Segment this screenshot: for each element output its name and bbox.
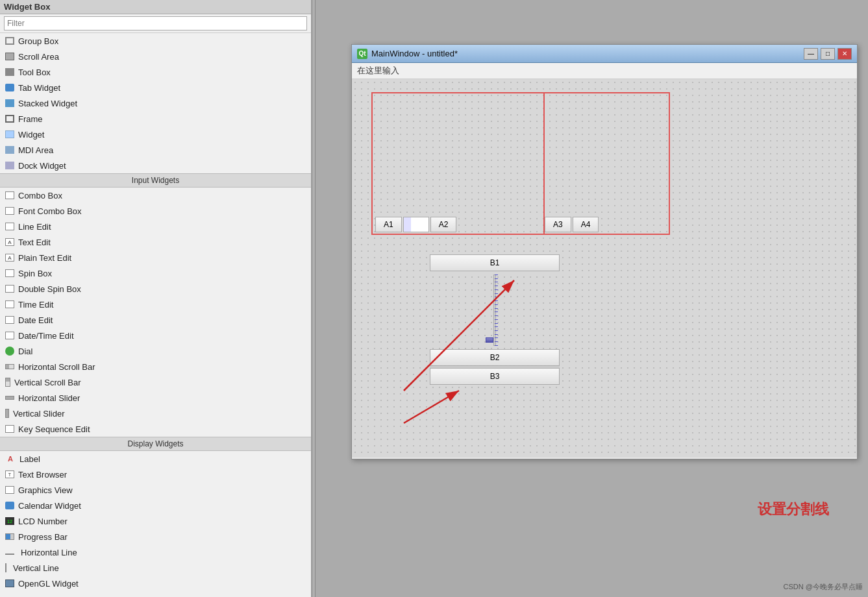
graphicsview-icon xyxy=(5,486,14,494)
slider-tick xyxy=(495,304,498,305)
sidebar-item-keysequenceedit[interactable]: Key Sequence Edit xyxy=(0,421,311,437)
slider-tick xyxy=(495,293,498,294)
slider-tick xyxy=(495,345,498,346)
slider-tick xyxy=(495,300,498,301)
widget-list: Group Box Scroll Area Tool Box Tab Widge… xyxy=(0,33,311,597)
vslider-icon xyxy=(5,409,9,418)
sidebar-item-label: Font Combo Box xyxy=(18,206,82,216)
sidebar-item-plaintextedit[interactable]: A Plain Text Edit xyxy=(0,250,311,265)
sidebar-item-label: Widget xyxy=(18,130,44,140)
sidebar-item-scrollarea[interactable]: Scroll Area xyxy=(0,49,311,64)
qt-window-buttons: — □ ✕ xyxy=(804,48,852,60)
sidebar-item-label: Horizontal Line xyxy=(21,548,77,557)
sidebar-item-tabwidget[interactable]: Tab Widget xyxy=(0,80,311,95)
stackedwidget-icon xyxy=(5,99,14,107)
slider-tick xyxy=(495,274,498,275)
sidebar-item-spinbox[interactable]: Spin Box xyxy=(0,265,311,281)
sidebar-item-vslider[interactable]: Vertical Slider xyxy=(0,406,311,421)
horizontalline-icon xyxy=(5,554,14,555)
slider-tick xyxy=(495,286,498,286)
top-left-panel: A1 A2 xyxy=(373,93,545,234)
sidebar-item-combobox[interactable]: Combo Box xyxy=(0,188,311,203)
sidebar-item-label: Frame xyxy=(18,114,43,124)
right-area: Qt MainWindow - untitled* — □ ✕ 在这里输入 A1… xyxy=(316,0,868,597)
sidebar-item-dial[interactable]: Dial xyxy=(0,343,311,359)
button-b3[interactable]: B3 xyxy=(430,368,560,385)
sidebar-item-lcdnumber[interactable]: 12 LCD Number xyxy=(0,513,311,529)
sidebar-item-label: Combo Box xyxy=(18,191,62,201)
sidebar-item-stackedwidget[interactable]: Stacked Widget xyxy=(0,95,311,111)
vertical-slider[interactable] xyxy=(488,274,501,346)
sidebar-item-groupbox[interactable]: Group Box xyxy=(0,33,311,49)
button-a3[interactable]: A3 xyxy=(545,217,571,232)
filter-input[interactable] xyxy=(4,16,307,30)
sidebar-item-label: Vertical Scroll Bar xyxy=(14,378,81,387)
datetimeedit-icon xyxy=(5,332,14,339)
widget-icon xyxy=(5,130,14,138)
sidebar-item-hscrollbar[interactable]: Horizontal Scroll Bar xyxy=(0,359,311,374)
sidebar-item-calendarwidget[interactable]: Calendar Widget xyxy=(0,498,311,513)
sidebar-item-toolbox[interactable]: Tool Box xyxy=(0,64,311,80)
frame-icon xyxy=(5,115,14,123)
sidebar-item-progressbar[interactable]: Progress Bar xyxy=(0,529,311,544)
sidebar-item-label: Label xyxy=(19,454,40,464)
sidebar-item-widget[interactable]: Widget xyxy=(0,127,311,142)
hscrollbar-icon xyxy=(5,364,14,369)
sidebar-item-label: Line Edit xyxy=(18,222,51,232)
sidebar-item-textbrowser[interactable]: T Text Browser xyxy=(0,467,311,482)
button-a4[interactable]: A4 xyxy=(573,217,599,232)
sidebar-item-label: OpenGL Widget xyxy=(18,579,79,589)
sidebar-item-fontcombobox[interactable]: Font Combo Box xyxy=(0,203,311,219)
timeedit-icon xyxy=(5,300,14,308)
sidebar-item-textedit[interactable]: A Text Edit xyxy=(0,234,311,250)
sidebar-item-label: Graphics View xyxy=(18,485,73,495)
sidebar-item-doublespinbox[interactable]: Double Spin Box xyxy=(0,281,311,297)
slider-tick xyxy=(495,311,498,312)
button-a2[interactable]: A2 xyxy=(430,217,457,232)
combobox-icon xyxy=(5,191,14,199)
slider-handle[interactable] xyxy=(486,337,493,343)
slider-tick xyxy=(495,337,498,338)
sidebar-item-vscrollbar[interactable]: Vertical Scroll Bar xyxy=(0,374,311,390)
keysequenceedit-icon xyxy=(5,425,14,433)
sidebar-item-mdiarea[interactable]: MDI Area xyxy=(0,142,311,158)
scrollarea-icon xyxy=(5,53,14,60)
sidebar-item-dateedit[interactable]: Date Edit xyxy=(0,312,311,328)
slider-tick xyxy=(495,297,498,297)
fontcombobox-icon xyxy=(5,207,14,215)
sidebar-item-timeedit[interactable]: Time Edit xyxy=(0,297,311,312)
sidebar-item-verticalline[interactable]: Vertical Line xyxy=(0,560,311,576)
restore-button[interactable]: □ xyxy=(821,48,835,60)
sidebar-item-openglwidget[interactable]: OpenGL Widget xyxy=(0,576,311,591)
sidebar-item-frame[interactable]: Frame xyxy=(0,111,311,127)
scrollbar-indicator xyxy=(403,217,429,232)
sidebar-item-hslider[interactable]: Horizontal Slider xyxy=(0,390,311,406)
sidebar-item-horizontalline[interactable]: Horizontal Line xyxy=(0,544,311,560)
sidebar-item-datetimeedit[interactable]: Date/Time Edit xyxy=(0,328,311,343)
sidebar-item-label: Progress Bar xyxy=(18,532,68,542)
qt-app-icon: Qt xyxy=(357,49,367,59)
button-b2[interactable]: B2 xyxy=(430,349,560,366)
sidebar-item-graphicsview[interactable]: Graphics View xyxy=(0,482,311,498)
button-a1[interactable]: A1 xyxy=(375,217,402,232)
qt-canvas: A1 A2 A3 A4 B1 xyxy=(352,79,857,457)
minimize-button[interactable]: — xyxy=(804,48,818,60)
calendarwidget-icon xyxy=(5,502,14,509)
qt-menubar[interactable]: 在这里输入 xyxy=(352,63,857,79)
hslider-icon xyxy=(5,396,14,400)
top-right-panel: A3 A4 xyxy=(542,93,669,234)
lineedit-icon xyxy=(5,223,14,230)
sidebar-item-label[interactable]: A Label xyxy=(0,451,311,467)
progressbar-icon xyxy=(5,533,14,540)
sidebar-item-lineedit[interactable]: Line Edit xyxy=(0,219,311,234)
bottom-section: B1 xyxy=(430,254,560,397)
sidebar-item-label: Tool Box xyxy=(18,67,51,77)
button-b1[interactable]: B1 xyxy=(430,254,560,271)
sidebar-item-label: Horizontal Scroll Bar xyxy=(18,362,95,372)
tabwidget-icon xyxy=(5,84,14,91)
plaintextedit-icon: A xyxy=(5,254,14,262)
close-button[interactable]: ✕ xyxy=(837,48,852,60)
textbrowser-icon: T xyxy=(5,470,14,478)
sidebar-item-label: Calendar Widget xyxy=(18,501,81,511)
sidebar-item-dockwidget[interactable]: Dock Widget xyxy=(0,158,311,173)
